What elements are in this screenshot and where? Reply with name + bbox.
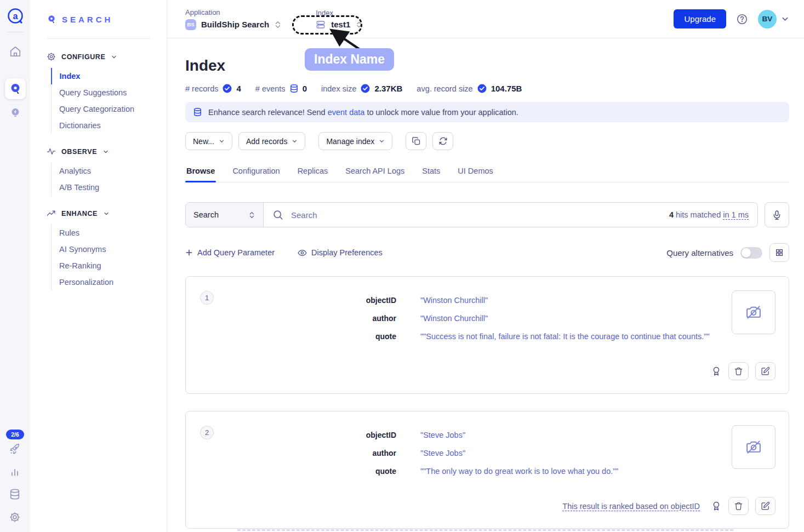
copy-index-button[interactable] [406, 132, 426, 150]
display-preferences-button[interactable]: Display Preferences [298, 248, 383, 258]
avatar: BV [758, 10, 777, 28]
event-data-link[interactable]: event data [328, 108, 365, 117]
section-observe-header[interactable]: OBSERVE [47, 147, 167, 156]
field-name: quote [199, 467, 396, 476]
search-mode-select[interactable]: Search [186, 203, 264, 227]
ranking-award-icon[interactable] [711, 501, 722, 512]
new-button[interactable]: New... [185, 132, 232, 150]
search-product-icon[interactable] [5, 78, 26, 99]
page-title: Index [185, 57, 789, 75]
field-name: quote [199, 332, 396, 341]
edit-icon [761, 501, 770, 511]
trend-up-icon [47, 209, 56, 218]
section-enhance-header[interactable]: ENHANCE [47, 209, 167, 218]
microphone-icon [772, 210, 782, 220]
hits-summary: 4 hits matched in 1 ms [669, 210, 749, 219]
sidebar-item-ai-synonyms[interactable]: AI Synonyms [52, 241, 167, 258]
tab-browse[interactable]: Browse [185, 163, 216, 182]
algolia-logo[interactable]: a [7, 8, 24, 24]
section-observe: OBSERVE Analytics A/B Testing [47, 147, 167, 196]
product-rail: a 2/6 [0, 0, 30, 532]
field-value: "Winston Churchill" [420, 314, 488, 323]
user-menu[interactable]: BV [758, 10, 789, 28]
copy-icon [412, 136, 421, 146]
section-configure-header[interactable]: CONFIGURE [47, 52, 167, 61]
analytics-rail-icon[interactable] [9, 466, 20, 477]
stat-index-size: index size 2.37KB [321, 83, 402, 94]
product-title: SEARCH [62, 15, 113, 24]
sidebar-item-query-suggestions[interactable]: Query Suggestions [52, 84, 167, 101]
application-label: Application [185, 8, 282, 16]
rail-divider [7, 32, 24, 32]
rocket-icon[interactable] [9, 443, 21, 455]
banner-text: Enhance search relevance! Send event dat… [208, 108, 518, 117]
sidebar-item-re-ranking[interactable]: Re-Ranking [52, 258, 167, 274]
index-label: Index [316, 9, 377, 17]
data-rail-icon[interactable] [9, 488, 21, 500]
sidebar-item-rules[interactable]: Rules [52, 225, 167, 241]
check-circle-icon [477, 83, 487, 94]
image-placeholder [732, 425, 776, 469]
tab-ui-demos[interactable]: UI Demos [457, 163, 494, 182]
record-card: 2 objectID"Steve Jobs" author"Steve Jobs… [185, 411, 789, 529]
refresh-icon [438, 136, 448, 146]
image-off-icon [745, 439, 762, 455]
tab-configuration[interactable]: Configuration [231, 163, 281, 182]
grid-icon [775, 248, 784, 257]
delete-record-button[interactable] [728, 362, 749, 380]
database-icon [193, 107, 202, 117]
eye-icon [298, 248, 307, 258]
app-root: a 2/6 [0, 0, 804, 532]
tab-stats[interactable]: Stats [421, 163, 441, 182]
tab-search-api-logs[interactable]: Search API Logs [344, 163, 406, 182]
index-selector[interactable]: Index test1 [316, 9, 377, 30]
stat-records: # records 4 [185, 83, 241, 94]
topbar: Application BS BuildShip Search Index te… [167, 0, 804, 38]
upgrade-button[interactable]: Upgrade [674, 9, 726, 28]
search-box: Search 4 hits matched in 1 ms [185, 202, 758, 227]
home-icon[interactable] [5, 41, 26, 62]
sidebar-item-dictionaries[interactable]: Dictionaries [52, 117, 167, 134]
field-name: objectID [199, 296, 396, 305]
query-alternatives-toggle[interactable] [740, 247, 762, 259]
application-badge: BS [185, 19, 196, 30]
edit-record-button[interactable] [755, 497, 776, 515]
voice-search-button[interactable] [765, 202, 789, 227]
tab-bar: Browse Configuration Replicas Search API… [185, 163, 789, 182]
tab-replicas[interactable]: Replicas [296, 163, 329, 182]
manage-index-button[interactable]: Manage index [318, 132, 392, 150]
application-selector[interactable]: Application BS BuildShip Search [185, 8, 282, 30]
sidebar-item-personalization[interactable]: Personalization [52, 274, 167, 290]
query-controls-row: Add Query Parameter Display Preferences … [185, 243, 789, 262]
search-pin-icon [47, 14, 56, 24]
toolbar: New... Add records Manage index [185, 132, 789, 150]
query-alternatives-label: Query alternatives [666, 248, 733, 258]
add-query-parameter-button[interactable]: Add Query Parameter [185, 248, 275, 257]
sidebar-item-query-categorization[interactable]: Query Categorization [52, 101, 167, 117]
field-value: "Steve Jobs" [420, 431, 465, 439]
layout-grid-button[interactable] [769, 243, 789, 262]
edit-record-button[interactable] [755, 362, 776, 380]
main-area: Application BS BuildShip Search Index te… [167, 0, 804, 532]
search-input[interactable] [291, 210, 662, 220]
settings-rail-icon[interactable] [9, 511, 21, 523]
record-card: 1 objectID"Winston Churchill" author"Win… [185, 276, 789, 394]
field-value: ""Success is not final, failure is not f… [420, 332, 710, 341]
field-name: author [199, 449, 396, 457]
gear-icon [47, 52, 56, 61]
stat-events: # events 0 [255, 84, 307, 93]
add-records-button[interactable]: Add records [238, 132, 305, 150]
help-icon[interactable] [736, 13, 748, 25]
sidebar-item-ab-testing[interactable]: A/B Testing [52, 179, 167, 196]
section-enhance: ENHANCE Rules AI Synonyms Re-Ranking Per… [47, 209, 167, 290]
recommend-icon[interactable] [5, 102, 26, 123]
record-rank: 2 [200, 426, 214, 439]
ranking-award-icon[interactable] [711, 366, 722, 377]
sidebar-item-analytics[interactable]: Analytics [52, 163, 167, 179]
chevron-down-icon [111, 54, 117, 60]
database-icon [289, 84, 299, 93]
refresh-button[interactable] [432, 132, 453, 150]
delete-record-button[interactable] [728, 497, 749, 515]
sidebar-item-index[interactable]: Index [51, 68, 167, 84]
index-name: test1 [331, 20, 350, 29]
